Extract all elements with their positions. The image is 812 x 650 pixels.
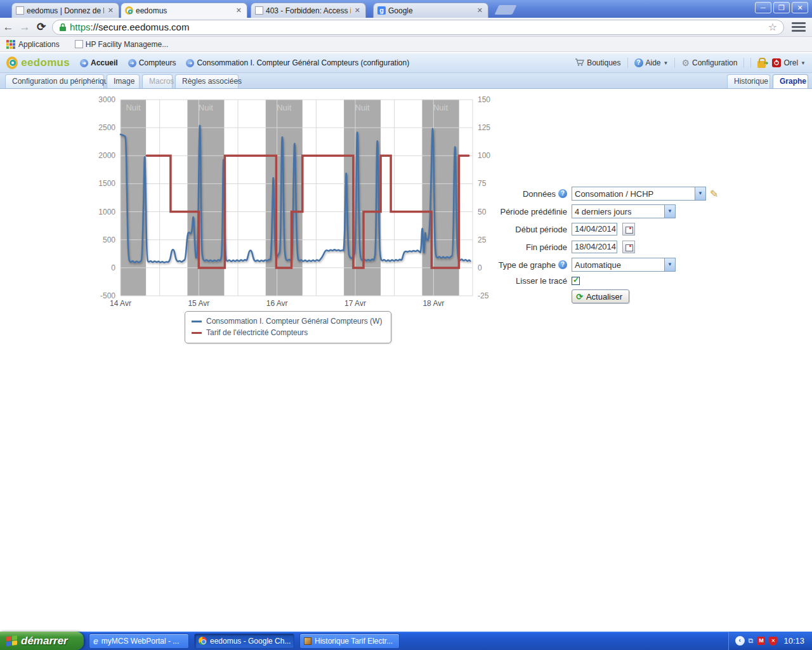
fin-input[interactable]: 18/04/2014 [572, 241, 617, 253]
tab-image[interactable]: Image [107, 74, 140, 88]
menu-icon[interactable] [790, 20, 807, 34]
site-tab-bar: Configuration du périphériqueImageMacros… [0, 73, 812, 89]
util-label: Orel [783, 58, 798, 67]
browser-tab[interactable]: eedomus✕ [121, 3, 247, 18]
util-label: Aide [646, 58, 661, 67]
close-button[interactable]: ✕ [792, 2, 808, 13]
browser-tab[interactable]: 403 - Forbidden: Access is d✕ [251, 3, 366, 18]
night-band-label: Nuit [433, 103, 449, 112]
separator [627, 58, 628, 68]
tab-close-icon[interactable]: ✕ [235, 6, 243, 15]
breadcrumb-item[interactable]: ➜Consommation I. Compteur Général Compte… [186, 58, 409, 67]
eedomus-logo-icon [6, 56, 18, 69]
window-controls: ─❐✕ [755, 2, 808, 13]
y-axis-left-label: 1000 [98, 208, 115, 216]
util-configuration[interactable]: ⚙Configuration [681, 58, 737, 68]
y-axis-right-label: 0 [478, 263, 482, 272]
y-axis-right-label: 50 [478, 208, 487, 216]
tab-close-icon[interactable]: ✕ [107, 6, 115, 15]
breadcrumb-item[interactable]: ➜Accueil [80, 58, 118, 67]
taskbar-clock: 10:13 [783, 636, 804, 646]
new-tab-button[interactable] [495, 5, 517, 15]
tab-configuration-du-p-riph-rique[interactable]: Configuration du périphérique [5, 74, 104, 88]
minimize-button[interactable]: ─ [755, 2, 771, 13]
tab-title: Google [388, 6, 473, 15]
tab-close-icon[interactable]: ✕ [476, 6, 484, 15]
legend-label: Consommation I. Compteur Général Compteu… [206, 317, 382, 326]
start-button[interactable]: démarrer [0, 632, 84, 650]
util-boutiques[interactable]: Boutiques [575, 58, 620, 68]
restore-button[interactable]: ❐ [773, 2, 790, 13]
network-icon[interactable]: ⧉ [749, 637, 754, 645]
edit-pencil-icon[interactable]: ✎ [710, 188, 718, 200]
y-axis-right-label: -25 [478, 291, 489, 300]
tab-title: eedomus | Donnez de l'intelli [27, 6, 104, 15]
x-axis-label: 15 Avr [188, 299, 209, 308]
page-icon [255, 6, 263, 15]
chevron-down-icon: ▼ [664, 205, 675, 218]
browser-tabstrip: eedomus | Donnez de l'intelli✕eedomus✕40… [0, 0, 812, 18]
site-header: eedomus ➜Accueil➜Compteurs➜Consommation … [0, 53, 812, 73]
taskbar-button-label: eedomus - Google Ch... [210, 637, 291, 646]
debut-input[interactable]: 14/04/2014 [572, 223, 617, 235]
help-icon[interactable]: ? [558, 189, 567, 198]
mcafee-icon[interactable]: M [757, 637, 765, 645]
security-shield-icon[interactable]: ✕ [769, 637, 777, 646]
reload-icon[interactable]: ⟳ [33, 20, 49, 34]
util-aide[interactable]: ?Aide▼ [634, 58, 669, 67]
tab-close-icon[interactable]: ✕ [353, 6, 362, 15]
night-band-label: Nuit [355, 103, 370, 112]
chart-svg: NuitNuitNuitNuitNuit-5000500100015002000… [82, 94, 508, 316]
session-lock-icon[interactable] [757, 61, 766, 68]
breadcrumb-item[interactable]: ➜Compteurs [128, 58, 176, 67]
gear-icon: ⚙ [681, 58, 690, 68]
browser-tab[interactable]: eedomus | Donnez de l'intelli✕ [11, 3, 119, 18]
power-icon [772, 58, 781, 67]
forward-icon[interactable]: → [16, 21, 33, 34]
x-axis-label: 18 Avr [422, 299, 444, 308]
type-select[interactable]: Automatique▼ [572, 258, 676, 272]
night-band-label: Nuit [199, 103, 214, 112]
legend-item[interactable]: Consommation I. Compteur Général Compteu… [192, 315, 382, 327]
legend-item[interactable]: Tarif de l'électricité Compteurs [192, 327, 382, 338]
apps-label[interactable]: Applications [18, 40, 60, 49]
taskbar-button[interactable]: Historique Tarif Electr... [299, 633, 400, 649]
bookmark-item[interactable]: HP Facility Manageme... [86, 40, 169, 49]
nav-arrow-icon: ➜ [128, 59, 136, 67]
periode-select[interactable]: 4 derniers jours▼ [572, 204, 676, 218]
url-scheme: https [70, 22, 91, 32]
page-content: eedomus ➜Accueil➜Compteurs➜Consommation … [0, 53, 812, 632]
browser-toolbar: ← → ⟳ https ://secure.eedomus.com ☆ [0, 18, 812, 37]
donnees-label: Données [523, 189, 556, 199]
calendar-icon[interactable] [622, 241, 635, 253]
night-band-label: Nuit [277, 103, 292, 112]
tray-chevron-icon[interactable]: ‹ [735, 636, 745, 646]
night-band [187, 100, 224, 296]
calendar-icon[interactable] [622, 223, 635, 235]
separator [743, 58, 744, 68]
tab-r-gles-associ-es[interactable]: Règles associées [175, 74, 239, 88]
refresh-icon: ⟳ [576, 292, 583, 302]
eedomus-logo[interactable]: eedomus [6, 56, 70, 69]
y-axis-right-label: 25 [478, 235, 487, 244]
chevron-down-icon: ▼ [664, 60, 669, 66]
bookmark-star-icon[interactable]: ☆ [768, 21, 777, 33]
taskbar-button[interactable]: eedomus - Google Ch... [194, 633, 294, 649]
browser-tab[interactable]: gGoogle✕ [373, 3, 488, 18]
tab-title: eedomus [136, 6, 232, 15]
back-icon[interactable]: ← [0, 21, 16, 34]
address-bar[interactable]: https ://secure.eedomus.com ☆ [52, 20, 784, 35]
actualiser-button[interactable]: ⟳Actualiser [572, 289, 629, 303]
util-orel[interactable]: Orel▼ [772, 58, 806, 67]
tab-graphe[interactable]: Graphe [773, 74, 808, 88]
lisser-checkbox[interactable] [572, 277, 580, 285]
tab-historique[interactable]: Historique [727, 74, 770, 88]
util-label: Boutiques [587, 58, 620, 67]
y-axis-left-label: 2500 [98, 123, 115, 132]
help-icon[interactable]: ? [558, 260, 567, 269]
donnees-select[interactable]: Consomation / HCHP▼ [572, 187, 706, 201]
help-icon: ? [634, 58, 643, 67]
x-axis-label: 17 Avr [344, 299, 366, 308]
consumption-chart: NuitNuitNuitNuitNuit-5000500100015002000… [82, 94, 508, 316]
taskbar-button[interactable]: emyMCS WebPortal - ... [89, 633, 189, 649]
